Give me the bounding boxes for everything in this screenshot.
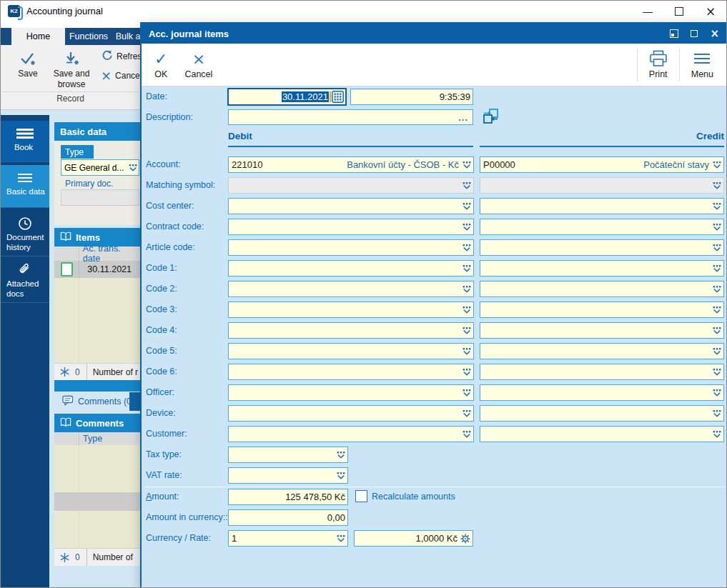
dropdown-icon[interactable] [463, 224, 471, 231]
debit-code-4-input[interactable] [228, 322, 474, 339]
credit-device-input[interactable] [480, 405, 724, 422]
debit-tax-type-input[interactable] [228, 447, 348, 463]
dropdown-icon[interactable] [713, 307, 721, 314]
ribbon-cancel-button[interactable]: × Cancel [101, 68, 142, 83]
dropdown-icon[interactable] [713, 265, 721, 272]
dropdown-icon[interactable] [713, 203, 721, 210]
comments-selected-band[interactable] [54, 492, 140, 511]
dropdown-icon[interactable] [337, 535, 345, 542]
comments-column-header[interactable]: Type [54, 432, 140, 445]
dropdown-icon[interactable] [463, 389, 471, 397]
translate-icon[interactable] [483, 108, 499, 124]
dropdown-icon[interactable] [713, 161, 721, 169]
dropdown-icon[interactable] [463, 431, 471, 438]
dropdown-icon[interactable] [713, 327, 721, 334]
debit-code-5-input[interactable] [228, 343, 474, 359]
sidebar-item-document-history[interactable]: Document history [1, 211, 49, 256]
dialog-restore-button[interactable] [670, 29, 678, 38]
print-button[interactable]: Print [641, 47, 676, 82]
debit-code-6-input[interactable] [228, 364, 474, 380]
debit-article-code-input[interactable] [228, 239, 474, 256]
dropdown-icon[interactable] [713, 286, 721, 293]
debit-officer-input[interactable] [228, 384, 474, 401]
dropdown-icon[interactable] [713, 348, 721, 355]
close-button[interactable]: × [695, 1, 726, 22]
items-empty-area[interactable] [54, 278, 140, 363]
dropdown-icon[interactable] [463, 307, 471, 314]
dropdown-icon[interactable] [463, 244, 471, 251]
sidebar-item-attached-docs[interactable]: Attached docs [1, 257, 49, 303]
save-and-browse-button[interactable]: Save and browse [48, 51, 95, 89]
dropdown-icon[interactable] [713, 182, 721, 189]
ellipsis-button[interactable]: ... [458, 112, 470, 123]
primary-doc-field[interactable] [61, 189, 139, 206]
tab-home[interactable]: Home [11, 28, 65, 45]
dropdown-icon[interactable] [129, 164, 137, 171]
credit-code-4-input[interactable] [480, 322, 724, 339]
dropdown-icon[interactable] [463, 410, 471, 417]
calendar-icon[interactable] [332, 91, 344, 103]
dropdown-icon[interactable] [713, 410, 721, 417]
debit-customer-input[interactable] [228, 426, 474, 442]
sidebar-item-basic-data[interactable]: Basic data [1, 165, 49, 208]
debit-vat-rate-input[interactable] [228, 467, 348, 484]
debit-device-input[interactable] [228, 405, 474, 422]
credit-contract-code-input[interactable] [480, 219, 724, 235]
dropdown-icon[interactable] [463, 203, 471, 210]
dropdown-icon[interactable] [713, 369, 721, 376]
sidebar-item-book[interactable]: Book [1, 121, 49, 162]
dropdown-icon[interactable] [463, 369, 471, 376]
dropdown-icon[interactable] [713, 224, 721, 231]
save-button[interactable]: Save [9, 51, 46, 79]
credit-officer-input[interactable] [480, 384, 724, 401]
dropdown-icon[interactable] [463, 327, 471, 334]
debit-contract-code-input[interactable] [228, 219, 474, 235]
dropdown-icon[interactable] [713, 244, 721, 251]
menu-button[interactable]: Menu [683, 47, 722, 82]
comments-empty-area2[interactable] [54, 511, 140, 548]
credit-code-2-input[interactable] [480, 281, 724, 297]
minimize-button[interactable]: — [632, 1, 663, 22]
debit-matching-symbol-input[interactable] [228, 177, 474, 194]
debit-code-2-input[interactable] [228, 281, 474, 297]
rate-input[interactable]: 1,0000 Kč [354, 530, 473, 547]
credit-matching-symbol-input[interactable] [480, 177, 724, 194]
debit-account-input[interactable]: 221010Bankovní účty - ČSOB - Kč [228, 156, 474, 173]
dropdown-icon[interactable] [463, 286, 471, 293]
tab-bulk-actions[interactable]: Bulk a [114, 28, 142, 45]
dropdown-icon[interactable] [463, 161, 471, 169]
tab-functions[interactable]: Functions [66, 28, 111, 45]
dropdown-icon[interactable] [337, 452, 345, 459]
debit-code-1-input[interactable] [228, 260, 474, 276]
credit-customer-input[interactable] [480, 426, 724, 442]
debit-code-3-input[interactable] [228, 302, 474, 318]
type-select[interactable]: GE General d... [61, 159, 139, 176]
partial-hidden-tab[interactable] [129, 392, 140, 411]
dialog-close-button[interactable]: × [710, 29, 719, 39]
credit-code-1-input[interactable] [480, 260, 724, 276]
maximize-button[interactable] [663, 1, 695, 22]
gear-icon[interactable] [460, 534, 470, 544]
currency-input[interactable]: 1 [228, 530, 348, 547]
dropdown-icon[interactable] [463, 182, 471, 189]
dropdown-icon[interactable] [337, 472, 345, 479]
credit-article-code-input[interactable] [480, 239, 724, 256]
dropdown-icon[interactable] [463, 348, 471, 355]
amount-in-currency-input[interactable]: 0,00 [228, 509, 348, 526]
recalculate-checkbox[interactable] [355, 490, 367, 502]
credit-code-6-input[interactable] [480, 364, 724, 380]
debit-cost-center-input[interactable] [228, 198, 474, 214]
comments-empty-area[interactable] [54, 445, 140, 492]
date-input[interactable]: 30.11.2021 [227, 88, 347, 106]
dropdown-icon[interactable] [463, 265, 471, 272]
credit-account-input[interactable]: P00000Počáteční stavy [480, 156, 724, 173]
amount-input[interactable]: 125 478,50 Kč [228, 489, 348, 505]
dialog-maximize-button[interactable] [691, 30, 698, 37]
time-input[interactable]: 9:35:39 [350, 89, 473, 105]
credit-code-5-input[interactable] [480, 343, 724, 359]
dialog-titlebar[interactable]: Acc. journal items × [142, 24, 726, 44]
items-column-header[interactable]: Ac. trans. date [54, 246, 140, 261]
dialog-cancel-button[interactable]: × Cancel [176, 47, 221, 82]
dropdown-icon[interactable] [713, 389, 721, 397]
ok-button[interactable]: ✓ OK [146, 47, 176, 82]
